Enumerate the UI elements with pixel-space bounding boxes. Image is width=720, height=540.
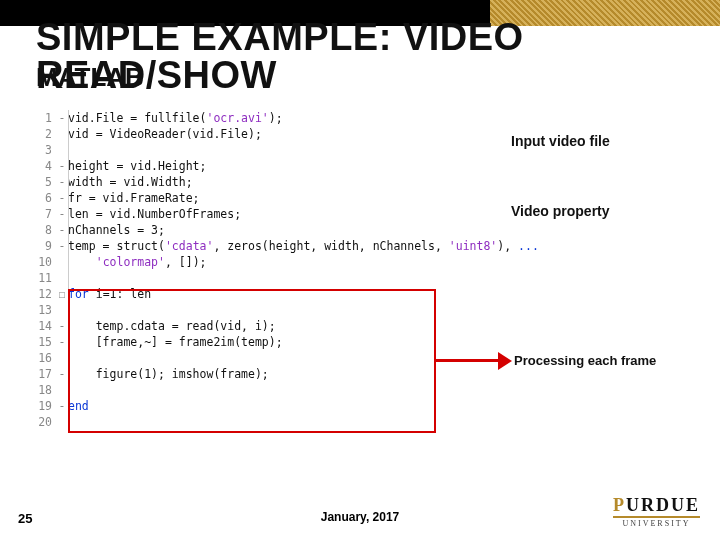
line-number: 5 — [34, 174, 56, 190]
fold-icon — [56, 302, 68, 318]
code-text: vid.File = fullfile('ocr.avi'); — [68, 110, 674, 126]
fold-icon: - — [56, 190, 68, 206]
fold-icon: - — [56, 222, 68, 238]
fold-icon: - — [56, 334, 68, 350]
code-line: 13 — [34, 302, 674, 318]
code-line: 9-temp = struct('cdata', zeros(height, w… — [34, 238, 674, 254]
code-text — [68, 302, 674, 318]
code-text: temp = struct('cdata', zeros(height, wid… — [68, 238, 674, 254]
code-text: width = vid.Width; — [68, 174, 674, 190]
line-number: 7 — [34, 206, 56, 222]
fold-icon — [56, 126, 68, 142]
fold-icon: - — [56, 318, 68, 334]
line-number: 2 — [34, 126, 56, 142]
fold-icon: - — [56, 398, 68, 414]
fold-icon — [56, 142, 68, 158]
code-line: 10 'colormap', []); — [34, 254, 674, 270]
code-text: end — [68, 398, 674, 414]
line-number: 6 — [34, 190, 56, 206]
code-text — [68, 270, 674, 286]
line-number: 13 — [34, 302, 56, 318]
line-number: 17 — [34, 366, 56, 382]
logo-text: URDUE — [626, 495, 700, 515]
slide-subtitle: MATLAB — [36, 62, 144, 93]
annotation-video-property: Video property — [511, 203, 610, 219]
fold-icon: - — [56, 206, 68, 222]
code-line: 14- temp.cdata = read(vid, i); — [34, 318, 674, 334]
fold-icon — [56, 254, 68, 270]
line-number: 3 — [34, 142, 56, 158]
code-text: temp.cdata = read(vid, i); — [68, 318, 674, 334]
fold-icon: - — [56, 158, 68, 174]
line-number: 8 — [34, 222, 56, 238]
code-text: for i=1: len — [68, 286, 674, 302]
code-line: 4-height = vid.Height; — [34, 158, 674, 174]
line-number: 19 — [34, 398, 56, 414]
code-text — [68, 414, 674, 430]
line-number: 9 — [34, 238, 56, 254]
line-number: 18 — [34, 382, 56, 398]
arrow-head-icon — [498, 352, 512, 370]
logo-subtext: UNIVERSITY — [613, 516, 700, 528]
line-number: 16 — [34, 350, 56, 366]
code-block: 1-vid.File = fullfile('ocr.avi');2 vid =… — [34, 110, 674, 430]
fold-icon — [56, 382, 68, 398]
code-line: 12☐for i=1: len — [34, 286, 674, 302]
code-text: nChannels = 3; — [68, 222, 674, 238]
code-line: 5-width = vid.Width; — [34, 174, 674, 190]
annotation-input-video: Input video file — [511, 133, 610, 149]
code-line: 18 — [34, 382, 674, 398]
line-number: 20 — [34, 414, 56, 430]
fold-icon — [56, 270, 68, 286]
line-number: 12 — [34, 286, 56, 302]
line-number: 10 — [34, 254, 56, 270]
code-line: 15- [frame,~] = frame2im(temp); — [34, 334, 674, 350]
fold-icon: - — [56, 174, 68, 190]
annotation-processing-frame: Processing each frame — [514, 353, 656, 368]
fold-icon: - — [56, 110, 68, 126]
code-line: 19-end — [34, 398, 674, 414]
code-text: figure(1); imshow(frame); — [68, 366, 674, 382]
code-line: 11 — [34, 270, 674, 286]
line-number: 4 — [34, 158, 56, 174]
line-number: 14 — [34, 318, 56, 334]
line-number: 1 — [34, 110, 56, 126]
fold-icon — [56, 350, 68, 366]
code-line: 1-vid.File = fullfile('ocr.avi'); — [34, 110, 674, 126]
fold-icon: ☐ — [56, 286, 68, 302]
fold-icon — [56, 414, 68, 430]
code-line: 17- figure(1); imshow(frame); — [34, 366, 674, 382]
code-line: 8-nChannels = 3; — [34, 222, 674, 238]
line-number: 11 — [34, 270, 56, 286]
code-text: 'colormap', []); — [68, 254, 674, 270]
code-text: height = vid.Height; — [68, 158, 674, 174]
code-text: [frame,~] = frame2im(temp); — [68, 334, 674, 350]
fold-icon: - — [56, 366, 68, 382]
line-number: 15 — [34, 334, 56, 350]
fold-icon: - — [56, 238, 68, 254]
code-line: 20 — [34, 414, 674, 430]
purdue-logo: PURDUE UNIVERSITY — [613, 495, 700, 528]
arrow-line — [436, 359, 500, 362]
code-text — [68, 382, 674, 398]
